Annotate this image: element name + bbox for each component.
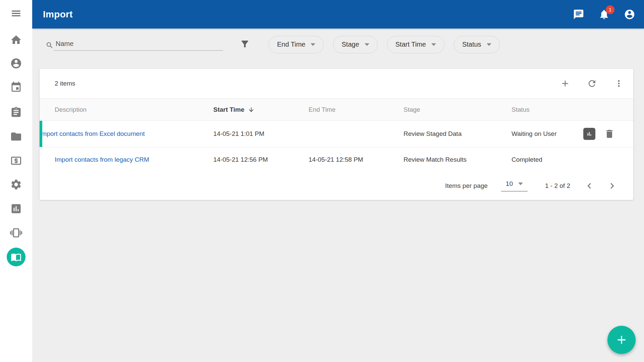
sidebar-item-reports[interactable] xyxy=(8,201,24,217)
open-book-icon xyxy=(11,252,21,262)
table-header-row: Description Start Time End Time Stage St… xyxy=(40,99,633,121)
sidebar-item-contacts[interactable] xyxy=(8,55,24,71)
previous-page-button[interactable] xyxy=(584,180,595,192)
column-header-description[interactable]: Description xyxy=(40,106,213,113)
row-report-button[interactable] xyxy=(583,128,595,140)
avatar-icon xyxy=(624,9,635,20)
sidebar-item-notifications[interactable] xyxy=(8,225,24,241)
table-row: Import contacts from legacy CRM 14-05-21… xyxy=(40,147,633,172)
start-time-cell: 14-05-21 12:56 PM xyxy=(213,156,309,163)
chip-label: Status xyxy=(462,41,481,48)
more-options-button[interactable] xyxy=(613,78,625,89)
notifications-button[interactable]: 1 xyxy=(598,9,610,20)
next-page-button[interactable] xyxy=(606,180,618,192)
bar-chart-icon xyxy=(10,203,22,215)
page-size-value: 10 xyxy=(506,180,513,188)
filter-button[interactable] xyxy=(240,39,251,50)
column-header-label: Start Time xyxy=(213,106,245,113)
table-row: Import contacts from Excel document 14-0… xyxy=(40,121,633,147)
items-per-page-label: Items per page xyxy=(445,182,488,190)
stage-cell: Review Staged Data xyxy=(404,130,512,138)
search-input[interactable] xyxy=(54,39,223,51)
calendar-icon xyxy=(10,81,22,93)
dollar-card-icon xyxy=(10,155,22,167)
person-circle-icon xyxy=(10,57,22,69)
chevron-down-icon xyxy=(365,43,369,46)
chevron-down-icon xyxy=(311,43,315,46)
sidebar-item-settings[interactable] xyxy=(8,176,24,193)
trash-icon xyxy=(604,128,615,139)
chevron-down-icon xyxy=(431,43,436,46)
kebab-icon xyxy=(614,79,624,89)
messages-button[interactable] xyxy=(573,9,584,20)
paginator: Items per page 10 1 - 2 of 2 xyxy=(40,172,633,200)
sidebar-item-files[interactable] xyxy=(8,128,24,145)
refresh-icon xyxy=(587,79,597,89)
chat-icon xyxy=(573,9,584,20)
filter-chip-stage[interactable]: Stage xyxy=(333,36,377,53)
plus-icon xyxy=(615,333,628,347)
chevron-down-icon xyxy=(487,43,491,46)
row-delete-button[interactable] xyxy=(604,128,615,139)
page-size-select[interactable]: 10 xyxy=(501,180,528,192)
column-header-status[interactable]: Status xyxy=(512,106,576,113)
items-count: 2 items xyxy=(55,80,75,87)
status-cell: Completed xyxy=(512,156,576,163)
sidebar-item-import[interactable] xyxy=(7,248,25,266)
filter-chip-status[interactable]: Status xyxy=(454,36,500,53)
chip-label: End Time xyxy=(277,41,305,48)
sort-desc-arrow-icon xyxy=(248,106,255,113)
create-import-fab[interactable] xyxy=(607,326,636,354)
sidebar-item-tasks[interactable] xyxy=(8,104,24,120)
clipboard-icon xyxy=(10,106,22,118)
filter-chip-end-time[interactable]: End Time xyxy=(269,36,324,53)
search-icon xyxy=(46,41,54,49)
hamburger-menu-button[interactable] xyxy=(8,7,24,21)
import-list-card: 2 items Description Start Time End Time … xyxy=(40,69,633,200)
hamburger-icon xyxy=(10,8,22,20)
stage-cell: Review Match Results xyxy=(404,156,512,163)
sidebar xyxy=(0,0,32,362)
active-row-indicator xyxy=(40,121,42,147)
notification-badge: 1 xyxy=(606,5,614,14)
import-description-link[interactable]: Import contacts from legacy CRM xyxy=(55,156,149,163)
filter-bar: End Time Stage Start Time Status xyxy=(32,29,644,60)
page-range-label: 1 - 2 of 2 xyxy=(545,182,570,190)
topbar: Import 1 xyxy=(32,0,644,29)
account-button[interactable] xyxy=(624,9,635,20)
chevron-down-icon xyxy=(518,183,523,185)
chevron-left-icon xyxy=(584,180,595,192)
chevron-right-icon xyxy=(606,180,618,192)
plus-icon xyxy=(560,79,570,89)
chip-label: Stage xyxy=(341,41,359,48)
column-header-start-time[interactable]: Start Time xyxy=(213,106,309,113)
sidebar-item-billing[interactable] xyxy=(8,153,24,169)
filter-chip-start-time[interactable]: Start Time xyxy=(387,36,444,53)
chip-label: Start Time xyxy=(395,41,426,48)
import-description-link[interactable]: Import contacts from Excel document xyxy=(40,130,145,137)
home-icon xyxy=(10,34,22,46)
refresh-button[interactable] xyxy=(586,78,598,89)
gear-icon xyxy=(10,178,22,191)
page-title: Import xyxy=(43,9,73,20)
sidebar-item-calendar[interactable] xyxy=(8,79,24,95)
end-time-cell: 14-05-21 12:58 PM xyxy=(309,156,404,163)
sidebar-item-home[interactable] xyxy=(8,32,24,48)
start-time-cell: 14-05-21 1:01 PM xyxy=(213,130,309,138)
status-cell: Waiting on User xyxy=(512,130,576,138)
vibration-icon xyxy=(10,227,22,239)
add-import-button[interactable] xyxy=(559,78,571,89)
funnel-icon xyxy=(240,39,250,49)
folder-icon xyxy=(10,131,22,143)
bar-chart-icon xyxy=(585,130,594,138)
column-header-stage[interactable]: Stage xyxy=(404,106,512,113)
column-header-end-time[interactable]: End Time xyxy=(309,106,404,113)
card-toolbar: 2 items xyxy=(40,69,633,99)
